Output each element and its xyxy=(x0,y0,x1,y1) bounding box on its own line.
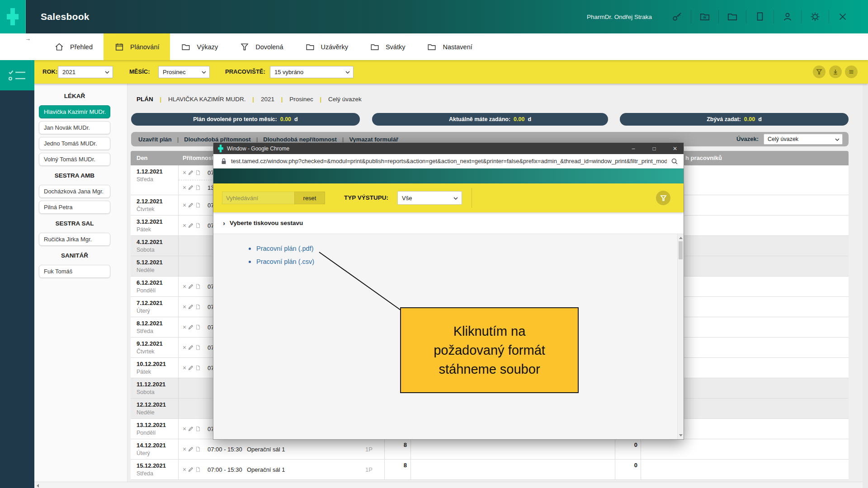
copy-icon[interactable] xyxy=(195,223,201,228)
delete-icon[interactable]: × xyxy=(183,365,186,371)
copy-icon[interactable] xyxy=(195,324,201,330)
scroll-down-icon[interactable] xyxy=(679,434,683,436)
edit-icon[interactable] xyxy=(188,170,193,175)
close-icon[interactable] xyxy=(836,10,849,23)
popup-search-input[interactable] xyxy=(222,192,294,204)
dlouhodoba-pritomnost-link[interactable]: Dlouhodobá přítomnost xyxy=(184,136,250,143)
sidebar-item[interactable]: Volný Tomáš MUDr. xyxy=(39,153,110,166)
copy-icon[interactable] xyxy=(195,304,201,310)
delete-icon[interactable]: × xyxy=(183,202,186,208)
vertical-scrollbar[interactable] xyxy=(863,60,868,488)
reset-button[interactable]: reset xyxy=(294,192,325,204)
scroll-left-icon[interactable] xyxy=(37,484,39,488)
edit-icon[interactable] xyxy=(188,365,193,371)
sidebar-item[interactable]: Ručička Jirka Mgr. xyxy=(39,233,110,246)
delete-icon[interactable]: × xyxy=(183,169,186,176)
delete-icon[interactable]: × xyxy=(183,466,186,473)
delete-icon[interactable]: × xyxy=(183,446,186,452)
delete-icon[interactable]: × xyxy=(183,222,186,229)
minimize-button[interactable]: – xyxy=(625,143,642,154)
popup-title-bar[interactable]: Window - Google Chrome – □ ✕ xyxy=(213,143,684,154)
copy-icon[interactable] xyxy=(195,467,201,472)
copy-icon[interactable] xyxy=(195,170,201,175)
edit-icon[interactable] xyxy=(188,284,193,289)
delete-icon[interactable]: × xyxy=(183,283,186,290)
edit-icon[interactable] xyxy=(188,185,193,190)
sidebar-item[interactable]: Docházková Jana Mgr. xyxy=(39,185,110,198)
horizontal-scrollbar[interactable] xyxy=(34,482,868,488)
delete-icon[interactable]: × xyxy=(183,344,186,351)
day-cell: 8.12.2021 Středa xyxy=(131,317,179,337)
sidebar-item[interactable]: Pilná Petra xyxy=(39,201,110,214)
maximize-button[interactable]: □ xyxy=(646,143,663,154)
pracovni-plan-pdf-link[interactable]: Pracovní plán (.pdf) xyxy=(256,245,314,252)
copy-icon[interactable] xyxy=(195,202,201,208)
scroll-up-icon[interactable] xyxy=(679,237,683,239)
svg-text:N: N xyxy=(703,15,706,19)
edit-icon[interactable] xyxy=(188,202,193,208)
report-link-row[interactable]: Pracovní plán (.csv) xyxy=(249,258,684,265)
scrollbar-thumb[interactable] xyxy=(679,241,683,259)
pracoviste-select[interactable]: 15 vybráno xyxy=(270,66,354,78)
copy-icon[interactable] xyxy=(195,284,201,289)
tab-svatky[interactable]: Svátky xyxy=(359,33,416,60)
folder-n-icon[interactable]: N xyxy=(698,10,712,23)
edit-icon[interactable] xyxy=(188,324,193,330)
copy-icon[interactable] xyxy=(195,446,201,452)
tab-nastaveni[interactable]: Nastavení xyxy=(416,33,483,60)
row-date: 11.12.2021 xyxy=(137,381,178,388)
vymazat-formular-link[interactable]: Vymazat formulář xyxy=(349,136,398,143)
sidebar-item[interactable]: Hlavička Kazimír MUDr. xyxy=(39,105,110,118)
popup-scrollbar[interactable] xyxy=(677,234,684,439)
tab-uzaverky[interactable]: Uzávěrky xyxy=(294,33,359,60)
header-toolbar: PharmDr. Ondřej Straka N xyxy=(587,0,856,33)
edit-icon[interactable] xyxy=(188,467,193,472)
menu-button[interactable] xyxy=(845,66,858,78)
sidebar-item[interactable]: Fuk Tomáš xyxy=(39,265,110,278)
sidebar-item[interactable]: Jan Novák MUDr. xyxy=(39,121,110,134)
uzavrit-plan-link[interactable]: Uzavřít plán xyxy=(138,136,172,143)
download-button[interactable] xyxy=(829,66,842,78)
divider xyxy=(801,10,802,23)
edit-icon[interactable] xyxy=(188,223,193,228)
user-icon[interactable] xyxy=(781,10,794,23)
popup-section-header[interactable]: › Vyberte tiskovou sestavu xyxy=(213,212,684,234)
uvazek-select[interactable]: Celý úvazek xyxy=(764,134,843,145)
pracovni-plan-csv-link[interactable]: Pracovní plán (.csv) xyxy=(256,258,314,265)
delete-icon[interactable]: × xyxy=(183,324,186,330)
typ-vystupu-select[interactable]: Vše xyxy=(397,191,462,205)
mesic-select[interactable]: Prosinec xyxy=(158,66,210,78)
copy-icon[interactable] xyxy=(195,185,201,190)
copy-icon[interactable] xyxy=(195,345,201,350)
popup-url[interactable]: test.tamed.cz/window.php?checked=&modul=… xyxy=(231,158,667,164)
sidebar-item[interactable]: Jedno Tomáš MUDr. xyxy=(39,137,110,150)
tab-prehled[interactable]: Přehled xyxy=(43,33,104,60)
rok-select[interactable]: 2021 xyxy=(58,66,113,78)
delete-icon[interactable]: × xyxy=(183,184,186,191)
edit-icon[interactable] xyxy=(188,426,193,432)
folder-icon[interactable] xyxy=(726,10,739,23)
edit-icon[interactable] xyxy=(188,446,193,452)
edit-icon[interactable] xyxy=(188,345,193,350)
dlouhodoba-nepritomnost-link[interactable]: Dlouhodobá nepřítomnost xyxy=(263,136,336,143)
filter-funnel-button[interactable] xyxy=(813,66,826,78)
copy-icon[interactable] xyxy=(195,426,201,432)
delete-icon[interactable]: × xyxy=(183,304,186,310)
copy-icon[interactable] xyxy=(195,365,201,371)
report-link-row[interactable]: Pracovní plán (.pdf) xyxy=(249,245,684,252)
tab-dovolena[interactable]: Dovolená xyxy=(229,33,294,60)
window-icon[interactable] xyxy=(753,10,767,23)
tab-vykazy[interactable]: Výkazy xyxy=(170,33,229,60)
close-button[interactable]: ✕ xyxy=(666,143,684,154)
tab-planovani[interactable]: Plánování xyxy=(104,33,170,60)
zoom-page-icon[interactable] xyxy=(671,158,678,165)
gear-icon[interactable] xyxy=(808,10,822,23)
day-cell: 7.12.2021 Úterý xyxy=(131,297,179,317)
edit-icon[interactable] xyxy=(188,304,193,310)
popup-filter-funnel-button[interactable] xyxy=(656,191,670,205)
row-day: Úterý xyxy=(137,308,178,314)
key-icon[interactable] xyxy=(670,10,684,23)
checklist-toggle-button[interactable] xyxy=(0,60,34,90)
forward-arrow-icon[interactable]: → xyxy=(25,35,31,42)
delete-icon[interactable]: × xyxy=(183,426,186,432)
